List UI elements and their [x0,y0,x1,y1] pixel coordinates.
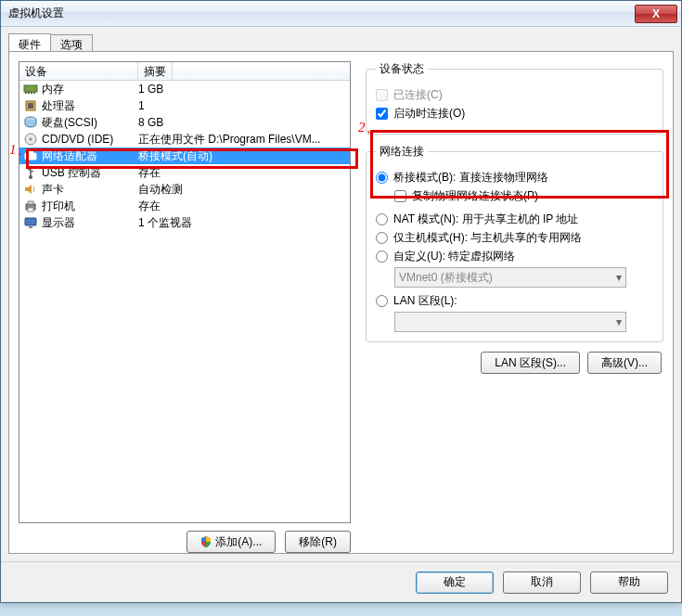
connected-label: 已连接(C) [393,87,443,103]
connect-at-power-label: 启动时连接(O) [393,106,465,122]
svg-rect-11 [28,150,33,153]
device-row-sound[interactable]: 声卡自动检测 [19,181,350,198]
device-name: 内存 [42,82,64,97]
svg-rect-2 [28,92,30,94]
device-name: 硬盘(SCSI) [42,115,97,131]
device-row-printer[interactable]: 打印机存在 [19,198,350,214]
svg-rect-15 [28,208,33,212]
nat-label: NAT 模式(N): 用于共享主机的 IP 地址 [393,212,578,227]
svg-rect-0 [24,85,37,92]
col-summary[interactable]: 摘要 [138,62,173,80]
replicate-checkbox[interactable]: 复制物理网络连接状态(P) [394,188,653,204]
add-button[interactable]: 添加(A)... [187,531,276,553]
device-status-legend: 设备状态 [376,61,428,77]
custom-combo-value: VMnet0 (桥接模式) [399,270,493,286]
sound-icon [23,182,38,197]
device-name: 声卡 [42,182,64,198]
device-name: 网络适配器 [42,148,97,164]
disk-icon [23,115,38,130]
col-device[interactable]: 设备 [19,62,138,80]
dialog-body: 硬件 选项 设备 摘要 内存1 GB处理器1硬盘(SCSI)8 GBCD/DVD… [1,27,681,561]
device-name: USB 控制器 [42,165,101,181]
titlebar[interactable]: 虚拟机设置 X [1,1,681,27]
connect-at-power-input[interactable] [376,108,388,120]
hostonly-label: 仅主机模式(H): 与主机共享的专用网络 [393,230,582,246]
device-summary: 1 [138,99,350,112]
device-summary: 存在 [138,165,350,181]
device-row-net[interactable]: 网络适配器桥接模式(自动) [19,148,350,164]
device-name: 显示器 [42,215,75,231]
right-buttons: LAN 区段(S)... 高级(V)... [364,352,662,374]
remove-button[interactable]: 移除(R) [285,531,351,553]
replicate-input[interactable] [394,190,406,202]
bridged-input[interactable] [376,172,388,184]
connected-checkbox[interactable]: 已连接(C) [376,87,653,103]
svg-rect-3 [31,92,32,94]
device-row-display[interactable]: 显示器1 个监视器 [19,214,350,231]
custom-label: 自定义(U): 特定虚拟网络 [393,249,515,264]
device-rows: 内存1 GB处理器1硬盘(SCSI)8 GBCD/DVD (IDE)正在使用文件… [19,81,350,231]
add-button-label: 添加(A)... [215,534,262,550]
svg-rect-6 [28,103,33,109]
cpu-icon [23,98,38,113]
device-status-group: 设备状态 已连接(C) 启动时连接(O) [366,61,663,135]
device-list: 设备 摘要 内存1 GB处理器1硬盘(SCSI)8 GBCD/DVD (IDE)… [19,61,351,523]
device-name: 处理器 [42,98,75,114]
replicate-label: 复制物理网络连接状态(P) [412,188,538,204]
right-pane: 设备状态 已连接(C) 启动时连接(O) 网络连接 桥接模式(B): 直接连接物… [364,58,665,545]
advanced-button[interactable]: 高级(V)... [587,352,662,374]
svg-rect-10 [25,153,36,160]
bridged-radio[interactable]: 桥接模式(B): 直接连接物理网络 [376,170,653,186]
lan-combo: ▾ [394,312,626,332]
svg-rect-4 [33,92,35,94]
lan-segments-button[interactable]: LAN 区段(S)... [481,352,580,374]
nat-input[interactable] [376,213,388,225]
lanseg-input[interactable] [376,295,388,307]
device-summary: 8 GB [138,116,350,129]
custom-input[interactable] [376,250,388,263]
svg-rect-16 [25,218,36,225]
device-row-cpu[interactable]: 处理器1 [19,97,350,114]
lanseg-radio[interactable]: LAN 区段(L): [376,293,653,309]
memory-icon [23,82,38,96]
device-row-usb[interactable]: USB 控制器存在 [19,164,350,181]
svg-rect-14 [28,201,33,204]
connect-at-power-checkbox[interactable]: 启动时连接(O) [376,106,653,122]
device-row-disk[interactable]: 硬盘(SCSI)8 GB [19,114,350,131]
device-summary: 1 个监视器 [138,215,350,231]
tab-page: 设备 摘要 内存1 GB处理器1硬盘(SCSI)8 GBCD/DVD (IDE)… [8,51,674,554]
ok-button[interactable]: 确定 [416,571,494,594]
left-buttons: 添加(A)... 移除(R) [19,531,351,553]
lanseg-label: LAN 区段(L): [393,293,457,309]
window-title: 虚拟机设置 [8,6,635,21]
dialog-footer: 确定 取消 帮助 [1,561,681,602]
net-icon [23,148,38,163]
cancel-button[interactable]: 取消 [503,571,581,594]
device-summary: 存在 [138,199,350,214]
network-connection-group: 网络连接 桥接模式(B): 直接连接物理网络 复制物理网络连接状态(P) NAT… [366,144,663,342]
custom-radio[interactable]: 自定义(U): 特定虚拟网络 [376,249,653,264]
chevron-down-icon: ▾ [616,315,622,328]
hostonly-radio[interactable]: 仅主机模式(H): 与主机共享的专用网络 [376,230,653,246]
network-legend: 网络连接 [376,144,428,160]
svg-point-9 [30,138,32,141]
hostonly-input[interactable] [376,232,388,244]
device-summary: 桥接模式(自动) [138,148,350,164]
svg-rect-1 [25,92,27,94]
chevron-down-icon: ▾ [616,271,622,284]
uac-shield-icon [200,536,212,547]
device-name: 打印机 [42,199,75,214]
device-name: CD/DVD (IDE) [42,133,113,146]
custom-combo: VMnet0 (桥接模式) ▾ [394,267,626,288]
device-row-memory[interactable]: 内存1 GB [19,81,350,97]
device-row-cd[interactable]: CD/DVD (IDE)正在使用文件 D:\Program Files\VM..… [19,131,350,148]
cd-icon [23,132,38,147]
device-summary: 1 GB [138,83,350,96]
connected-input [376,89,388,101]
display-icon [23,215,38,230]
bridged-label: 桥接模式(B): 直接连接物理网络 [393,170,548,186]
help-button[interactable]: 帮助 [590,571,668,594]
device-summary: 自动检测 [138,182,350,198]
close-button[interactable]: X [635,5,677,23]
nat-radio[interactable]: NAT 模式(N): 用于共享主机的 IP 地址 [376,212,653,227]
